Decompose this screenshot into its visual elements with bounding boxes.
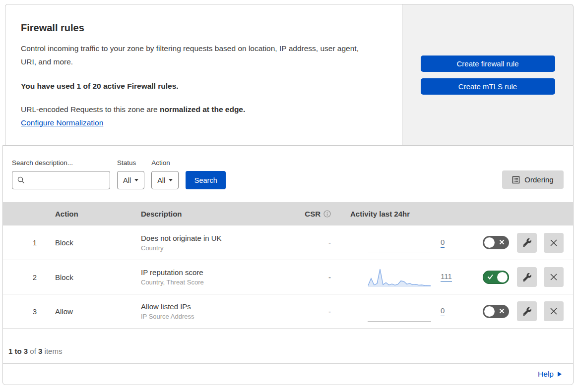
rule-csr-value: - — [277, 307, 334, 316]
normalization-bold: normalized at the edge. — [160, 105, 245, 113]
close-icon — [550, 273, 558, 281]
toggle-knob — [484, 237, 495, 248]
intro-card: Firewall rules Control incoming traffic … — [5, 4, 402, 145]
wrench-icon — [523, 307, 531, 316]
action-value: All — [157, 176, 165, 184]
rule-activity-cell: 0 — [334, 301, 479, 322]
create-mtls-rule-button[interactable]: Create mTLS rule — [421, 78, 555, 95]
ordering-button-label: Ordering — [524, 175, 553, 184]
status-dropdown[interactable]: All — [117, 171, 144, 189]
toggle-check-icon — [487, 274, 494, 280]
rule-activity-cell: 111 — [334, 267, 479, 287]
chevron-down-icon — [169, 179, 173, 181]
action-field-group: Action All — [151, 159, 179, 189]
pagination-items: items — [45, 347, 63, 355]
wrench-icon — [523, 238, 531, 247]
search-field-label: Search description... — [12, 159, 110, 167]
delete-rule-button[interactable] — [544, 267, 564, 287]
toggle-cross-icon — [499, 308, 505, 314]
rule-csr-value: - — [277, 238, 334, 247]
edit-rule-button[interactable] — [517, 233, 537, 253]
rule-priority: 2 — [3, 273, 48, 281]
rule-action: Block — [48, 238, 133, 247]
arrow-right-icon — [558, 372, 562, 377]
activity-sparkline — [368, 267, 431, 287]
toggle-knob — [497, 272, 508, 282]
edit-rule-button[interactable] — [517, 267, 537, 287]
filter-bar: Search description... Status All Action … — [3, 146, 573, 202]
usage-summary: You have used 1 of 20 active Firewall ru… — [21, 82, 382, 91]
help-label: Help — [538, 370, 554, 379]
page-title: Firewall rules — [21, 22, 382, 34]
rules-panel: Search description... Status All Action … — [2, 145, 574, 385]
table-header: Action Description CSR Activity last 24h… — [3, 202, 573, 225]
intro-description: Control incoming traffic to your zone by… — [21, 42, 373, 68]
toggle-knob — [484, 306, 495, 317]
edit-rule-button[interactable] — [517, 301, 537, 321]
activity-count-link[interactable]: 111 — [441, 272, 452, 282]
table-row: 3 Allow Allow listed IPs IP Source Addre… — [3, 294, 573, 328]
rule-controls — [479, 233, 573, 253]
rule-fields: Country — [141, 244, 277, 252]
search-button[interactable]: Search — [186, 171, 226, 189]
rule-action: Allow — [48, 307, 133, 316]
status-field-group: Status All — [117, 159, 144, 189]
activity-count-link[interactable]: 0 — [441, 306, 445, 316]
rule-fields: IP Source Address — [141, 313, 277, 320]
action-label: Action — [151, 159, 179, 167]
close-icon — [550, 239, 558, 247]
activity-sparkline — [368, 232, 431, 253]
column-action: Action — [48, 210, 133, 218]
rule-priority: 3 — [3, 307, 48, 316]
status-label: Status — [117, 159, 144, 167]
rule-enabled-toggle[interactable] — [483, 271, 509, 284]
delete-rule-button[interactable] — [544, 233, 564, 253]
info-icon[interactable] — [323, 210, 331, 218]
rule-description-cell: Does not originate in UK Country — [133, 234, 277, 252]
rule-controls — [479, 267, 573, 287]
help-link[interactable]: Help — [538, 370, 562, 379]
activity-sparkline — [368, 301, 431, 322]
rule-activity-cell: 0 — [334, 232, 479, 253]
table-footer: 1 to 3 of 3 items — [3, 328, 573, 363]
search-input[interactable] — [12, 171, 110, 189]
column-csr: CSR — [277, 210, 334, 218]
pagination-summary: 1 to 3 of 3 items — [8, 347, 62, 355]
rule-title: Allow listed IPs — [141, 302, 277, 311]
delete-rule-button[interactable] — [544, 301, 564, 321]
filter-controls: Search description... Status All Action … — [12, 159, 226, 189]
rule-fields: Country, Threat Score — [141, 279, 277, 286]
rule-action: Block — [48, 273, 133, 281]
pagination-range: 1 to 3 — [8, 347, 28, 355]
pagination-of: of — [30, 347, 36, 355]
activity-count-link[interactable]: 0 — [441, 238, 445, 248]
configure-normalization-link[interactable]: Configure Normalization — [21, 118, 103, 127]
create-firewall-rule-button[interactable]: Create firewall rule — [421, 56, 555, 72]
chevron-down-icon — [134, 179, 138, 181]
normalization-text: URL-encoded Requests to this zone are — [21, 105, 160, 113]
search-field-group: Search description... — [12, 159, 110, 189]
status-value: All — [123, 176, 131, 184]
rule-title: IP reputation score — [141, 268, 277, 277]
wrench-icon — [523, 273, 531, 281]
rule-description-cell: Allow listed IPs IP Source Address — [133, 302, 277, 320]
action-dropdown[interactable]: All — [151, 171, 179, 189]
column-description: Description — [133, 210, 277, 218]
close-icon — [550, 307, 558, 315]
table-row: 1 Block Does not originate in UK Country… — [3, 225, 573, 260]
rule-description-cell: IP reputation score Country, Threat Scor… — [133, 268, 277, 286]
cta-panel: Create firewall rule Create mTLS rule — [402, 4, 574, 145]
search-icon — [17, 176, 25, 184]
rule-controls — [479, 301, 573, 321]
ordering-button[interactable]: Ordering — [502, 170, 564, 189]
help-bar: Help — [3, 363, 573, 385]
list-document-icon — [512, 176, 520, 184]
toggle-cross-icon — [499, 239, 505, 245]
rule-enabled-toggle[interactable] — [483, 236, 509, 249]
csr-header-label: CSR — [305, 210, 320, 218]
rule-csr-value: - — [277, 273, 334, 281]
table-row: 2 Block IP reputation score Country, Thr… — [3, 260, 573, 294]
rule-priority: 1 — [3, 238, 48, 247]
rule-enabled-toggle[interactable] — [483, 305, 509, 318]
header-section: Firewall rules Control incoming traffic … — [5, 4, 574, 145]
